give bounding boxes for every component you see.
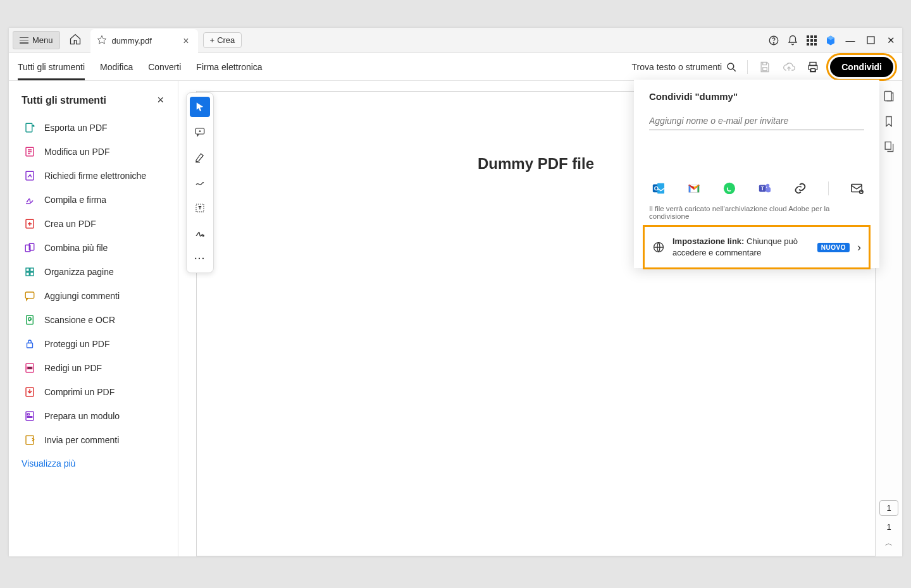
sidebar-title: Tutti gli strumenti — [22, 95, 106, 106]
svg-rect-7 — [26, 123, 32, 132]
gmail-icon[interactable] — [687, 180, 701, 197]
tool-item[interactable]: Invia per commenti — [22, 429, 173, 451]
copy-link-icon[interactable] — [793, 180, 807, 197]
new-tab-button[interactable]: + Crea — [203, 32, 242, 48]
document-tab[interactable]: dummy.pdf × — [90, 29, 198, 53]
tool-label: Modifica un PDF — [44, 147, 109, 157]
tool-item[interactable]: Scansione e OCR — [22, 309, 173, 331]
tab-edit[interactable]: Modifica — [100, 54, 133, 80]
new-tab-label: Crea — [217, 35, 235, 45]
svg-rect-27 — [26, 436, 34, 444]
tool-icon — [24, 434, 35, 446]
menu-button[interactable]: Menu — [13, 31, 60, 49]
link-setting-row[interactable]: Impostazione link: Chiunque può accedere… — [643, 225, 871, 269]
toolbar-right: Trova testo o strumenti Condividi — [632, 57, 893, 77]
tool-label: Organizza pagine — [44, 267, 114, 277]
tool-icon — [24, 290, 35, 302]
tool-label: Redigi un PDF — [44, 363, 102, 373]
hamburger-icon — [20, 37, 28, 44]
comment-tool-button[interactable] — [190, 122, 210, 142]
new-badge: NUOVO — [817, 243, 850, 252]
tool-icon — [24, 122, 35, 133]
sign-tool-button[interactable] — [190, 223, 210, 243]
tool-item[interactable]: Prepara un modulo — [22, 405, 173, 427]
svg-rect-41 — [765, 187, 770, 192]
tab-all-tools[interactable]: Tutti gli strumenti — [18, 54, 85, 80]
select-tool-button[interactable] — [190, 97, 210, 117]
search-icon — [726, 61, 737, 73]
svg-rect-15 — [26, 273, 29, 276]
highlight-tool-button[interactable] — [190, 147, 210, 168]
rail-panel-icon-1[interactable] — [883, 90, 895, 102]
share-panel: Condividi "dummy" T Il file verrà carica… — [634, 80, 879, 268]
globe-icon — [652, 241, 665, 254]
tool-item[interactable]: Richiedi firme elettroniche — [22, 165, 173, 187]
tool-label: Compila e firma — [44, 195, 106, 205]
divider — [828, 181, 829, 195]
tool-item[interactable]: Aggiungi commenti — [22, 285, 173, 307]
outlook-icon[interactable] — [652, 180, 666, 197]
text-tool-button[interactable] — [190, 198, 210, 218]
print-button[interactable] — [806, 60, 820, 74]
view-more-link[interactable]: Visualizza più — [22, 458, 75, 469]
cloud-upload-note: Il file verrà caricato nell'archiviazion… — [649, 205, 864, 220]
minimize-button[interactable]: — — [844, 35, 857, 46]
tool-item[interactable]: Organizza pagine — [22, 261, 173, 283]
tab-esign[interactable]: Firma elettronica — [196, 54, 262, 80]
cloud-cube-icon[interactable] — [825, 35, 836, 46]
tool-list: Esporta un PDFModifica un PDFRichiedi fi… — [22, 117, 173, 451]
menu-label: Menu — [32, 35, 53, 45]
tool-label: Invia per commenti — [44, 435, 119, 445]
svg-rect-20 — [27, 343, 33, 348]
notifications-button[interactable] — [787, 35, 798, 46]
star-icon — [97, 35, 107, 47]
tool-label: Combina più file — [44, 243, 108, 253]
share-apps-row: T — [652, 180, 864, 197]
upload-cloud-button[interactable] — [782, 60, 796, 74]
sidebar-close-button[interactable]: × — [154, 92, 166, 108]
close-window-button[interactable]: ✕ — [884, 35, 897, 46]
scroll-top-button[interactable]: ︿ — [885, 538, 893, 549]
tab-close-button[interactable]: × — [180, 35, 191, 47]
tool-item[interactable]: Comprimi un PDF — [22, 381, 173, 403]
maximize-button[interactable] — [864, 36, 877, 44]
link-setting-text: Impostazione link: Chiunque può accedere… — [672, 236, 810, 259]
tool-item[interactable]: Redigi un PDF — [22, 357, 173, 379]
mail-settings-icon[interactable] — [850, 180, 864, 197]
page-number-input[interactable]: 1 — [879, 500, 898, 516]
tool-label: Esporta un PDF — [44, 123, 108, 133]
tool-item[interactable]: Combina più file — [22, 237, 173, 259]
apps-grid-button[interactable] — [806, 35, 817, 46]
tool-item[interactable]: Proteggi un PDF — [22, 333, 173, 355]
svg-rect-17 — [25, 292, 34, 298]
tool-icon — [24, 314, 35, 326]
tool-icon — [24, 242, 35, 254]
teams-icon[interactable]: T — [758, 180, 772, 197]
tool-item[interactable]: Esporta un PDF — [22, 117, 173, 138]
invite-input[interactable] — [649, 113, 864, 130]
svg-rect-2 — [867, 37, 874, 44]
chevron-right-icon[interactable]: › — [857, 241, 861, 254]
search-tools[interactable]: Trova testo o strumenti — [632, 61, 738, 73]
svg-rect-14 — [30, 268, 34, 271]
svg-point-30 — [202, 235, 204, 236]
save-button[interactable] — [758, 60, 772, 74]
svg-rect-26 — [27, 417, 32, 418]
svg-point-37 — [724, 183, 735, 194]
tab-convert[interactable]: Converti — [148, 54, 181, 80]
tool-item[interactable]: Crea un PDF — [22, 213, 173, 235]
more-tools-button[interactable]: ··· — [190, 248, 210, 269]
search-placeholder-text: Trova testo o strumenti — [632, 62, 722, 72]
tool-label: Proteggi un PDF — [44, 339, 110, 349]
tool-label: Crea un PDF — [44, 219, 96, 229]
rail-thumbnails-icon[interactable] — [883, 140, 895, 153]
tool-item[interactable]: Compila e firma — [22, 189, 173, 211]
draw-tool-button[interactable] — [190, 173, 210, 193]
share-button[interactable]: Condividi — [830, 57, 893, 77]
tool-item[interactable]: Modifica un PDF — [22, 141, 173, 162]
home-button[interactable] — [65, 29, 85, 51]
tool-label: Richiedi firme elettroniche — [44, 171, 146, 181]
rail-bookmark-icon[interactable] — [883, 115, 895, 128]
whatsapp-icon[interactable] — [722, 180, 736, 197]
help-button[interactable] — [768, 35, 779, 46]
